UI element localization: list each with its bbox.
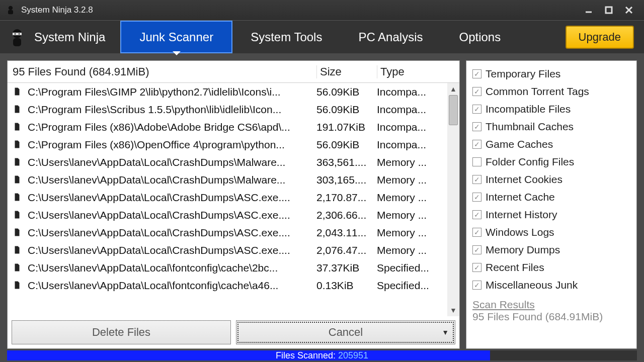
filter-memory-dumps[interactable]: Memory Dumps — [472, 241, 630, 258]
checkbox[interactable] — [472, 228, 481, 237]
scroll-thumb[interactable] — [449, 95, 458, 125]
brand-label: System Ninja — [34, 30, 105, 44]
scan-results-summary: 95 Files Found (684.91MiB) — [472, 311, 630, 323]
checkbox[interactable] — [472, 193, 481, 202]
file-icon — [13, 245, 24, 256]
table-row[interactable]: C:\Users\lanev\AppData\Local\CrashDumps\… — [8, 206, 447, 224]
vertical-scrollbar[interactable]: ▲ ▼ — [447, 83, 459, 316]
scroll-down-icon[interactable]: ▼ — [447, 304, 459, 316]
chevron-down-icon[interactable]: ▼ — [442, 328, 449, 336]
filter-internet-cache[interactable]: Internet Cache — [472, 188, 630, 206]
table-row[interactable]: C:\Program Files\Scribus 1.5.5\python\li… — [8, 101, 447, 118]
row-path: C:\Program Files (x86)\OpenOffice 4\prog… — [28, 139, 316, 151]
filter-label: Recent Files — [486, 261, 544, 274]
row-path: C:\Program Files\GIMP 2\lib\python2.7\id… — [28, 86, 316, 98]
row-path: C:\Program Files (x86)\Adobe\Adobe Bridg… — [28, 121, 316, 133]
checkbox[interactable] — [472, 157, 481, 166]
row-size: 37.37KiB — [316, 262, 377, 274]
table-row[interactable]: C:\Users\lanev\AppData\Local\CrashDumps\… — [8, 153, 447, 171]
filter-incompatible-files[interactable]: Incompatible Files — [472, 100, 630, 118]
delete-files-button[interactable]: Delete Files — [12, 320, 231, 344]
cancel-button[interactable]: Cancel ▼ — [236, 320, 455, 344]
checkbox[interactable] — [472, 87, 481, 96]
filter-temporary-files[interactable]: Temporary Files — [472, 65, 630, 82]
checkbox[interactable] — [472, 210, 481, 219]
filter-folder-config-files[interactable]: Folder Config Files — [472, 153, 630, 170]
header-type[interactable]: Type — [377, 65, 447, 78]
checkbox[interactable] — [472, 140, 481, 149]
checkbox[interactable] — [472, 122, 481, 131]
checkbox[interactable] — [472, 105, 481, 114]
tab-options[interactable]: Options — [441, 21, 519, 53]
filter-internet-cookies[interactable]: Internet Cookies — [472, 170, 630, 188]
row-type: Incompa... — [377, 104, 447, 116]
table-row[interactable]: C:\Users\lanev\AppData\Local\CrashDumps\… — [8, 171, 447, 189]
filter-game-caches[interactable]: Game Caches — [472, 135, 630, 153]
header-size[interactable]: Size — [316, 65, 377, 78]
content-area: 95 Files Found (684.91MiB) Size Type C:\… — [0, 53, 644, 349]
table-row[interactable]: C:\Users\lanev\AppData\Local\CrashDumps\… — [8, 189, 447, 206]
filters-panel: Temporary FilesCommon Torrent TagsIncomp… — [466, 60, 637, 349]
table-row[interactable]: C:\Users\lanev\AppData\Local\fontconfig\… — [8, 277, 447, 294]
scroll-track[interactable] — [447, 95, 459, 304]
titlebar[interactable]: System Ninja 3.2.8 — [0, 0, 644, 20]
filter-miscellaneous-junk[interactable]: Miscellaneous Junk — [472, 276, 630, 294]
minimize-button[interactable] — [579, 3, 599, 17]
checkbox[interactable] — [472, 245, 481, 254]
filter-internet-history[interactable]: Internet History — [472, 206, 630, 223]
table-row[interactable]: C:\Program Files (x86)\OpenOffice 4\prog… — [8, 136, 447, 153]
row-type: Memory ... — [377, 209, 447, 221]
file-icon — [13, 86, 24, 98]
tab-system-tools[interactable]: System Tools — [232, 21, 340, 53]
row-type: Specified... — [377, 262, 447, 274]
filter-label: Internet Cookies — [486, 173, 562, 186]
checkbox[interactable] — [472, 69, 481, 78]
results-list[interactable]: C:\Program Files\GIMP 2\lib\python2.7\id… — [8, 83, 447, 316]
app-icon — [5, 5, 16, 16]
tab-junk-scanner[interactable]: Junk Scanner — [120, 21, 232, 53]
table-row[interactable]: C:\Users\lanev\AppData\Local\fontconfig\… — [8, 259, 447, 277]
filter-windows-logs[interactable]: Windows Logs — [472, 223, 630, 241]
checkbox[interactable] — [472, 175, 481, 184]
filter-label: Internet History — [486, 209, 557, 221]
scroll-up-icon[interactable]: ▲ — [447, 83, 459, 95]
file-icon — [13, 104, 24, 115]
results-panel: 95 Files Found (684.91MiB) Size Type C:\… — [7, 60, 460, 349]
filter-label: Windows Logs — [486, 226, 554, 238]
svg-point-0 — [9, 6, 13, 10]
file-icon — [13, 122, 24, 133]
svg-point-9 — [19, 33, 20, 35]
action-bar: Delete Files Cancel ▼ — [8, 316, 459, 348]
maximize-button[interactable] — [599, 3, 619, 17]
row-size: 56.09KiB — [316, 139, 377, 151]
table-row[interactable]: C:\Users\lanev\AppData\Local\CrashDumps\… — [8, 241, 447, 259]
progress-label: Files Scanned: — [276, 350, 336, 360]
filter-common-torrent-tags[interactable]: Common Torrent Tags — [472, 82, 630, 100]
row-path: C:\Program Files\Scribus 1.5.5\python\li… — [28, 104, 316, 116]
checkbox[interactable] — [472, 263, 481, 272]
row-path: C:\Users\lanev\AppData\Local\CrashDumps\… — [28, 192, 316, 204]
table-row[interactable]: C:\Program Files (x86)\Adobe\Adobe Bridg… — [8, 118, 447, 136]
file-icon — [13, 192, 24, 203]
filter-label: Game Caches — [486, 138, 553, 150]
table-row[interactable]: C:\Program Files\GIMP 2\lib\python2.7\id… — [8, 83, 447, 101]
table-row[interactable]: C:\Users\lanev\AppData\Local\CrashDumps\… — [8, 224, 447, 241]
filter-thumbnail-caches[interactable]: Thumbnail Caches — [472, 118, 630, 135]
row-path: C:\Users\lanev\AppData\Local\fontconfig\… — [28, 262, 316, 274]
filter-label: Temporary Files — [486, 68, 560, 80]
svg-point-8 — [15, 33, 16, 35]
header-summary[interactable]: 95 Files Found (684.91MiB) — [8, 65, 316, 78]
row-size: 2,170.87... — [316, 192, 377, 204]
tab-pc-analysis[interactable]: PC Analysis — [340, 21, 441, 53]
row-type: Incompa... — [377, 121, 447, 133]
row-size: 2,076.47... — [316, 244, 377, 256]
app-window: System Ninja 3.2.8 System Ninja Junk Sca… — [0, 0, 644, 362]
row-size: 0.13KiB — [316, 280, 377, 292]
close-button[interactable] — [619, 3, 639, 17]
checkbox[interactable] — [472, 281, 481, 290]
upgrade-button[interactable]: Upgrade — [566, 26, 634, 49]
filter-label: Folder Config Files — [486, 156, 574, 168]
filter-recent-files[interactable]: Recent Files — [472, 258, 630, 276]
file-icon — [13, 157, 24, 168]
scan-results-link[interactable]: Scan Results — [472, 299, 630, 311]
